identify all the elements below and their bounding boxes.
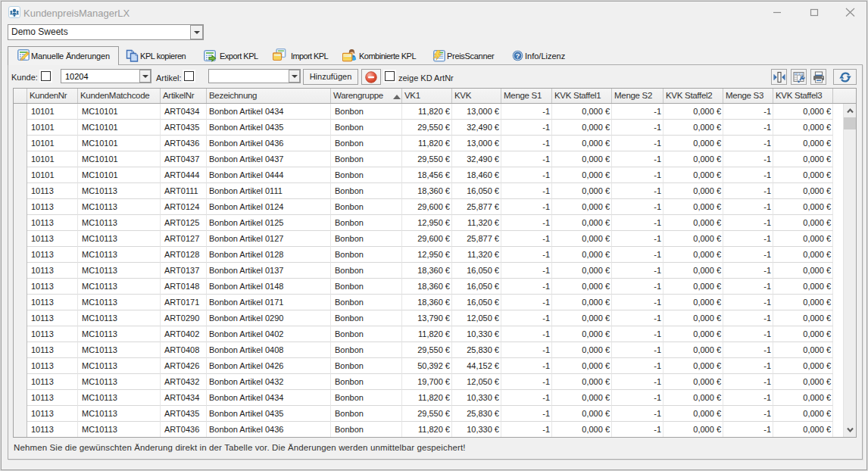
svg-text:?: ? <box>516 51 520 60</box>
